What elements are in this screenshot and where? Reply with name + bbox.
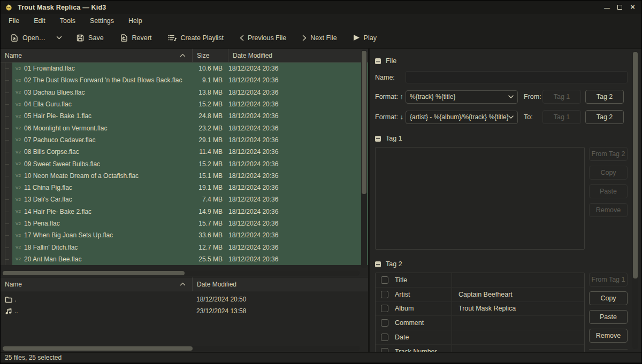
scrollbar-thumb[interactable] [633,52,638,278]
maximize-button[interactable] [615,3,624,11]
menu-tools[interactable]: Tools [55,16,80,26]
file-list-row[interactable]: V2 20 Ant Man Bee.flac 25.5 MB 18/12/202… [1,253,368,265]
file-date-modified: 18/12/2024 20:36 [226,65,278,72]
open-dropdown-button[interactable] [54,33,64,43]
tag2-field-row: Date [376,330,584,345]
file-list-row[interactable]: V2 09 Sweet Sweet Bulbs.flac 15.2 MB 18/… [1,158,368,169]
tag-panel-vertical-scrollbar[interactable] [632,51,638,349]
file-list-row[interactable]: V2 10 Neon Meate Dream of a Octafish.fla… [1,170,368,182]
tag-version-badge: V2 [12,90,24,95]
file-list-panel: Name Size Date Modified V2 01 Frownland.… [1,49,368,277]
file-list-row[interactable]: V2 02 The Dust Blows Forward 'n the Dust… [1,74,368,86]
remove-button[interactable]: Remove [589,203,628,217]
menu-edit[interactable]: Edit [29,16,50,26]
directory-name: . [14,296,192,303]
copy-button[interactable]: Copy [589,291,628,305]
menu-help[interactable]: Help [124,16,147,26]
file-list-row[interactable]: V2 04 Ella Guru.flac 15.2 MB 18/12/2024 … [1,98,368,110]
file-list-row[interactable]: V2 13 Dali's Car.flac 7.4 MB 18/12/2024 … [1,193,368,205]
field-checkbox[interactable] [381,319,388,327]
file-size: 11.4 MB [192,148,226,156]
from-tag1-button[interactable]: Tag 1 [542,90,581,104]
column-header-name[interactable]: Name [1,277,192,291]
file-list-row[interactable]: V2 08 Bills Corpse.flac 11.4 MB 18/12/20… [1,146,368,158]
file-size: 33.6 MB [192,231,226,239]
file-list-vertical-scrollbar[interactable] [361,50,367,268]
tag-version-badge: V2 [12,126,24,130]
from-tag-2-button[interactable]: From Tag 2 [589,147,628,161]
to-tag1-button[interactable]: Tag 1 [542,110,581,124]
directory-list-row[interactable]: .. 23/12/2024 13:58 [1,305,368,317]
field-value[interactable]: Trout Mask Replica [452,305,584,312]
tag1-fields-area[interactable] [375,147,585,250]
copy-button[interactable]: Copy [589,166,628,180]
directory-date-modified: 23/12/2024 13:58 [192,307,246,315]
field-checkbox[interactable] [381,276,388,284]
tag2-buttons: From Tag 1CopyPasteRemoveEdit [585,273,628,352]
column-header-date-modified[interactable]: Date Modified [228,49,368,62]
scrollbar-thumb[interactable] [362,51,366,194]
folder-icon [5,296,14,303]
paste-button[interactable]: Paste [589,310,628,324]
collapse-icon[interactable] [375,58,381,64]
collapse-icon[interactable] [375,136,381,142]
filename-input[interactable] [406,71,628,83]
file-list-row[interactable]: V2 03 Dachau Blues.flac 13.8 MB 18/12/20… [1,87,368,98]
directory-list-horizontal-scrollbar[interactable] [2,346,360,351]
field-checkbox[interactable] [381,305,388,312]
paste-button[interactable]: Paste [589,184,628,198]
minimize-button[interactable]: — [602,3,612,11]
open-button[interactable]: Open… [6,30,50,45]
menu-file[interactable]: File [4,16,24,26]
close-button[interactable]: ✕ [628,3,637,11]
previous-file-button[interactable]: Previous File [235,31,291,45]
next-file-button[interactable]: Next File [298,31,341,45]
create-playlist-button[interactable]: Create Playlist [163,30,228,45]
column-divider [452,345,452,352]
format-from-filename-combobox[interactable]: %{track} %{title} [406,90,518,104]
format-to-filename-combobox[interactable]: {artist} - %{album}/%{track} %{title} [406,111,518,124]
file-list-row[interactable]: V2 01 Frownland.flac 10.6 MB 18/12/2024 … [1,63,368,74]
sort-ascending-icon [180,53,186,57]
save-button[interactable]: Save [72,30,108,45]
field-checkbox[interactable] [381,348,388,352]
to-tag2-button[interactable]: Tag 2 [585,110,624,124]
column-header-size[interactable]: Size [192,49,228,62]
file-list-row[interactable]: V2 15 Pena.flac 15.7 MB 18/12/2024 20:36 [1,218,368,229]
scrollbar-thumb[interactable] [3,271,185,275]
file-size: 14.9 MB [192,208,226,215]
file-list-row[interactable]: V2 06 Moonlight on Vermont.flac 23.2 MB … [1,122,368,134]
from-tag2-button[interactable]: Tag 2 [585,90,624,104]
revert-button[interactable]: Revert [116,30,156,45]
field-checkbox[interactable] [381,291,388,298]
field-value[interactable]: Captain Beefheart [452,291,584,298]
file-list-row[interactable]: V2 17 When Big Joan Sets Up.flac 33.6 MB… [1,229,368,241]
play-button[interactable]: Play [349,31,381,45]
column-header-date-modified[interactable]: Date Modified [192,277,368,291]
file-list-row[interactable]: V2 05 Hair Pie- Bake 1.flac 24.8 MB 18/1… [1,110,368,122]
tag-version-badge: V2 [12,221,24,226]
tag2-section-header[interactable]: Tag 2 [375,260,628,268]
menu-settings[interactable]: Settings [85,16,119,26]
format-to-row: Format: ↓ {artist} - %{album}/%{track} %… [375,110,628,124]
file-list-row[interactable]: V2 07 Pachuco Cadaver.flac 29.1 MB 18/12… [1,134,368,146]
file-list-horizontal-scrollbar[interactable] [2,270,360,276]
from-tag-1-button[interactable]: From Tag 1 [589,273,628,286]
directory-list-row[interactable]: . 18/12/2024 20:50 [1,293,368,305]
tag1-section-header[interactable]: Tag 1 [375,135,628,142]
file-date-modified: 18/12/2024 20:36 [226,76,278,84]
remove-button[interactable]: Remove [589,329,628,343]
left-column: Name Size Date Modified V2 01 Frownland.… [1,49,368,352]
file-list-row[interactable]: V2 11 China Pig.flac 19.1 MB 18/12/2024 … [1,182,368,193]
file-list-rows: V2 01 Frownland.flac 10.6 MB 18/12/2024 … [1,63,368,265]
filename-row: Name: [375,71,628,83]
field-checkbox[interactable] [381,334,388,341]
file-list-row[interactable]: V2 18 Fallin' Ditch.flac 12.7 MB 18/12/2… [1,241,368,253]
column-header-name[interactable]: Name [1,49,192,62]
collapse-icon[interactable] [375,261,381,267]
scrollbar-thumb[interactable] [3,346,193,351]
file-size: 10.6 MB [192,65,226,72]
tree-branch [1,193,12,205]
file-list-row[interactable]: V2 14 Hair Pie- Bake 2.flac 14.9 MB 18/1… [1,206,368,218]
file-section-header[interactable]: File [375,57,628,65]
